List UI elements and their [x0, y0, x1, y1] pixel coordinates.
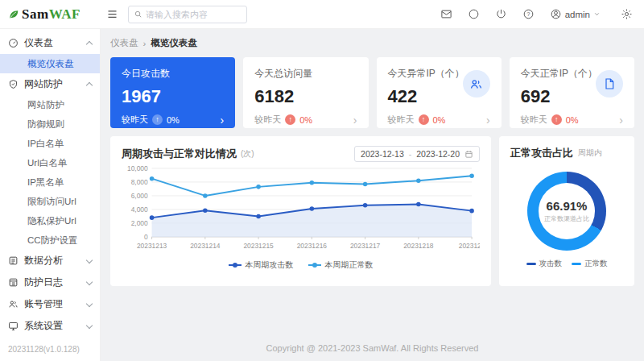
svg-text:20231213: 20231213 — [137, 242, 167, 250]
stat-card-attacks-today[interactable]: 今日攻击数 1967 较昨天 ↑ 0% › — [110, 57, 235, 128]
breadcrumb-separator: › — [143, 39, 147, 48]
stat-value: 1967 — [122, 86, 224, 107]
compare-label: 较昨天 — [254, 114, 281, 126]
calendar-icon — [464, 150, 473, 159]
breadcrumb: 仪表盘 › 概览仪表盘 — [110, 37, 634, 49]
app-logo[interactable]: SamWAF — [8, 6, 101, 23]
donut-legend-normal[interactable]: 正常数 — [572, 259, 608, 269]
line-chart-panel: 周期攻击与正常对比情况 (次) 2023-12-13 - 2023-12-20 … — [110, 136, 491, 286]
svg-text:20231218: 20231218 — [403, 242, 434, 250]
sidebar-item-ip-whitelist[interactable]: IP白名单 — [0, 134, 100, 153]
gauge-icon — [8, 38, 19, 48]
svg-text:20231214: 20231214 — [190, 242, 221, 250]
line-chart-legend: 本周期攻击数 本周期正常数 — [122, 259, 480, 271]
up-arrow-icon: ↑ — [152, 114, 163, 125]
chevron-right-icon[interactable]: › — [486, 114, 490, 126]
svg-text:20231215: 20231215 — [243, 242, 274, 250]
sidebar-item-ip-blacklist[interactable]: IP黑名单 — [0, 172, 100, 192]
svg-text:20231217: 20231217 — [350, 242, 381, 250]
donut-subtitle: 周期内 — [578, 147, 602, 159]
sidebar-group-site-protection[interactable]: 网站防护 — [0, 73, 100, 95]
date-end: 2023-12-20 — [416, 149, 460, 159]
attack-normal-line-chart: 02,0004,0006,0008,00010,0002023121320231… — [122, 162, 480, 255]
system-settings-icon — [8, 321, 19, 331]
log-icon — [8, 277, 19, 288]
sidebar-item-url-whitelist[interactable]: Url白名单 — [0, 153, 100, 172]
stat-card-total-visits[interactable]: 今天总访问量 6182 较昨天 ↑ 0% › — [243, 57, 368, 128]
search-input[interactable] — [146, 10, 242, 19]
svg-text:?: ? — [526, 11, 530, 17]
legend-label: 正常数 — [584, 259, 608, 269]
date-start: 2023-12-13 — [361, 149, 404, 159]
stat-cards-row: 今日攻击数 1967 较昨天 ↑ 0% › 今天总访问量 6182 较昨天 ↑ — [110, 57, 634, 128]
sidebar-item-site-protection[interactable]: 网站防护 — [0, 95, 100, 114]
sidebar-group-dashboard[interactable]: 仪表盘 — [0, 32, 100, 54]
legend-label: 攻击数 — [539, 259, 563, 269]
stat-value: 6182 — [254, 86, 357, 107]
legend-marker — [308, 264, 321, 266]
sidebar-group-label: 仪表盘 — [24, 36, 81, 50]
legend-item-normal[interactable]: 本周期正常数 — [308, 259, 374, 271]
sidebar-item-privacy-url[interactable]: 隐私保护Url — [0, 211, 100, 230]
version-label: 20231128(v1.0.128) — [0, 340, 100, 361]
sidebar-item-cc-protection[interactable]: CC防护设置 — [0, 230, 100, 250]
shield-icon — [8, 79, 19, 89]
settings-gear-icon[interactable] — [621, 8, 633, 20]
header-actions: ? admin — [440, 8, 633, 20]
sidebar-nav: 仪表盘 概览仪表盘 网站防护 网站防护 防御规则 IP白名单 Url白名单 IP… — [0, 29, 100, 340]
hamburger-menu-icon[interactable] — [106, 8, 118, 20]
leaf-logo-icon — [8, 9, 19, 20]
analysis-board-icon — [8, 255, 19, 266]
charts-row: 周期攻击与正常对比情况 (次) 2023-12-13 - 2023-12-20 … — [110, 136, 634, 286]
sidebar-group-system-settings[interactable]: 系统设置 — [0, 315, 100, 337]
loading-circle-icon[interactable] — [468, 8, 480, 20]
legend-marker — [229, 264, 242, 266]
legend-swatch — [572, 263, 581, 265]
chevron-down-icon — [86, 300, 93, 306]
line-chart-title: 周期攻击与正常对比情况 — [122, 147, 237, 161]
date-separator: - — [409, 149, 412, 159]
sidebar-group-label: 防护日志 — [24, 276, 81, 289]
delta-value: 0% — [433, 115, 446, 125]
copyright-footer: Copyright @ 2021-2023 SamWaf. All Rights… — [110, 338, 634, 356]
logo-text: SamWAF — [22, 6, 80, 23]
up-arrow-icon: ↑ — [285, 114, 295, 125]
svg-text:8,000: 8,000 — [131, 178, 148, 186]
svg-text:6,000: 6,000 — [131, 192, 148, 200]
sidebar-group-label: 数据分析 — [24, 254, 81, 268]
donut-legend: 攻击数 正常数 — [510, 259, 623, 269]
chevron-down-icon — [86, 278, 93, 284]
legend-label: 本周期正常数 — [325, 259, 374, 271]
help-icon[interactable]: ? — [522, 8, 535, 20]
sidebar-group-data-analysis[interactable]: 数据分析 — [0, 250, 100, 272]
sidebar-group-label: 系统设置 — [24, 319, 81, 333]
svg-text:2023121: 2023121 — [459, 242, 480, 250]
search-box[interactable] — [128, 6, 247, 23]
sidebar-group-account-management[interactable]: 账号管理 — [0, 293, 100, 315]
compare-label: 较昨天 — [388, 114, 415, 126]
user-menu[interactable]: admin — [550, 8, 601, 20]
donut-title: 正常攻击占比 — [510, 146, 573, 160]
sidebar-item-restricted-url[interactable]: 限制访问Url — [0, 192, 100, 211]
chevron-right-icon[interactable]: › — [619, 114, 623, 126]
chevron-down-icon — [593, 10, 601, 18]
sidebar-item-defense-rules[interactable]: 防御规则 — [0, 114, 100, 134]
power-icon[interactable] — [495, 8, 507, 20]
mail-icon[interactable] — [440, 8, 452, 20]
donut-legend-attack[interactable]: 攻击数 — [526, 259, 563, 269]
users-icon — [463, 70, 490, 98]
sidebar-group-label: 网站防护 — [24, 77, 81, 91]
delta-value: 0% — [566, 115, 579, 125]
breadcrumb-dashboard[interactable]: 仪表盘 — [110, 37, 138, 49]
stat-card-normal-ip[interactable]: 今天正常IP（个） 692 较昨天 ↑ 0% › — [510, 57, 634, 128]
sidebar-group-label: 账号管理 — [24, 297, 81, 311]
date-range-picker[interactable]: 2023-12-13 - 2023-12-20 — [354, 146, 480, 162]
chevron-right-icon[interactable]: › — [353, 114, 357, 126]
stat-card-abnormal-ip[interactable]: 今天异常IP（个） 422 较昨天 ↑ 0% › — [377, 57, 502, 128]
top-header: SamWAF ? — [0, 0, 644, 29]
sidebar-item-overview-dashboard[interactable]: 概览仪表盘 — [0, 54, 100, 73]
legend-item-attack[interactable]: 本周期攻击数 — [229, 259, 294, 271]
chevron-right-icon[interactable]: › — [221, 114, 225, 126]
sidebar-group-protection-logs[interactable]: 防护日志 — [0, 272, 100, 293]
svg-text:2,000: 2,000 — [131, 219, 148, 227]
